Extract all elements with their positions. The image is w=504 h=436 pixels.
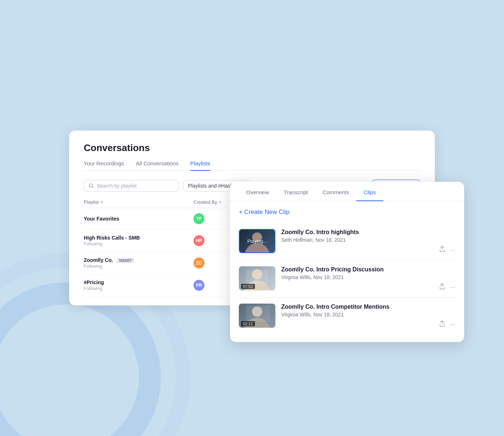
tab-your-recordings[interactable]: Your Recordings (84, 160, 124, 171)
clip-actions-0: ··· (281, 246, 455, 254)
clip-info-0: Zoomlly Co. Intro highlights Seth Hoffma… (281, 229, 455, 254)
clip-title-2: Zoomlly Co. Intro Competitor Mentions (281, 304, 455, 310)
share-icon-2[interactable] (439, 320, 445, 329)
tabs-row: Your Recordings All Conversations Playli… (84, 160, 420, 171)
clip-item-2: 02:11 Zoomlly Co. Intro Competitor Menti… (239, 298, 455, 335)
clips-tab-transcript[interactable]: Transcript (277, 189, 315, 201)
duration-badge-2: 02:11 (241, 321, 255, 326)
smart-badge: SMART (117, 258, 134, 263)
clips-tabs-row: Overview Transcript Comments Clips (230, 182, 464, 201)
tab-all-conversations[interactable]: All Conversations (136, 160, 178, 171)
share-icon-0[interactable] (439, 246, 445, 254)
page-title: Conversations (84, 142, 420, 154)
clip-subtitle-0: Seth Hoffman, Nov 18, 2021 (281, 237, 455, 243)
clip-item-1: 07:52 Zoomlly Co. Intro Pricing Discussi… (239, 260, 455, 298)
svg-rect-6 (246, 305, 270, 322)
clips-tab-clips[interactable]: Clips (356, 189, 383, 201)
clip-actions-2: ··· (281, 320, 455, 329)
share-icon-1[interactable] (439, 283, 445, 292)
search-input[interactable] (97, 183, 174, 189)
clips-tab-overview[interactable]: Overview (239, 189, 277, 201)
clip-thumbnail-1[interactable]: 07:52 (239, 266, 275, 290)
clip-info-2: Zoomlly Co. Intro Competitor Mentions Vi… (281, 304, 455, 329)
more-icon-2[interactable]: ··· (450, 321, 455, 328)
more-icon-0[interactable]: ··· (450, 246, 455, 254)
clip-title-0: Zoomlly Co. Intro highlights (281, 229, 455, 236)
playlist-name-cell-1: High Risks Calls - SMB Following (84, 235, 193, 247)
search-icon (89, 183, 94, 188)
clip-title-1: Zoomlly Co. Intro Pricing Discussion (281, 266, 455, 273)
svg-line-1 (92, 187, 94, 188)
avatar-1: HR (193, 235, 204, 246)
svg-rect-4 (246, 270, 268, 285)
clips-tab-comments[interactable]: Comments (315, 189, 357, 201)
playlist-name-cell-2: Zoomlly Co. SMART Following (84, 257, 193, 269)
clips-panel: Overview Transcript Comments Clips + Cre… (230, 182, 464, 342)
more-icon-1[interactable]: ··· (450, 283, 455, 291)
avatar-0: YF (193, 213, 204, 224)
avatar-2: ZC (193, 258, 204, 268)
search-input-wrapper (84, 180, 179, 192)
clip-subtitle-2: Virginia Wills, Nov 18, 2021 (281, 312, 455, 317)
sort-icon-created-by: ⇅ (219, 200, 222, 204)
clip-thumbnail-0[interactable]: Playing... (239, 229, 275, 253)
playlist-name-cell-3: #Pricing Following (84, 279, 193, 291)
create-new-clip-button[interactable]: + Create New Clip (239, 208, 289, 216)
playlist-name-cell: Your Favorites (84, 216, 193, 222)
avatar-3: PR (193, 280, 204, 291)
clip-actions-1: ··· (281, 283, 455, 292)
playing-label: Playing... (247, 238, 267, 244)
main-wrapper: Conversations Your Recordings All Conver… (51, 131, 453, 305)
clip-subtitle-1: Virginia Wills, Nov 18, 2021 (281, 274, 455, 280)
header-playlist: Playlist ⇅ (84, 199, 193, 205)
clip-item-0: Playing... Zoomlly Co. Intro highlights … (239, 223, 455, 260)
clips-body: + Create New Clip Playing... Zoomlly Co.… (230, 201, 464, 342)
clip-thumbnail-2[interactable]: 02:11 (239, 304, 275, 328)
tab-playlists[interactable]: Playlists (190, 160, 210, 171)
duration-badge-1: 07:52 (241, 284, 255, 289)
clip-info-1: Zoomlly Co. Intro Pricing Discussion Vir… (281, 266, 455, 292)
sort-icon-playlist: ⇅ (100, 200, 103, 204)
